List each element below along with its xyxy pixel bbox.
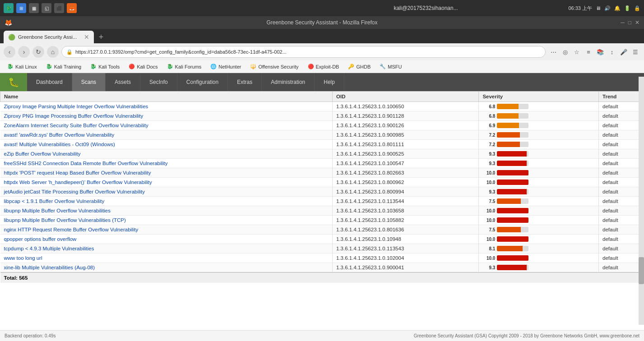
window-controls[interactable]: ─ □ ✕	[621, 19, 639, 26]
col-trend: Trend	[599, 92, 644, 102]
vuln-name[interactable]: libpcap < 1.9.1 Buffer Overflow Vulnerab…	[0, 197, 333, 206]
bookmark-icon: 🔑	[348, 64, 354, 69]
table-row: Ziproxy Image Parsing Multiple Integer O…	[0, 102, 644, 111]
gsa-nav-secinfo[interactable]: SecInfo	[140, 73, 177, 91]
gsa-nav-administration[interactable]: Administration	[262, 73, 315, 91]
table-row: avast! Multiple Vulnerabilities - Oct09 …	[0, 140, 644, 149]
bookmark-item[interactable]: 🐉Kali Linux	[4, 62, 41, 72]
bookmark-item[interactable]: 🐉Kali Forums	[163, 62, 205, 72]
back-button[interactable]: ‹	[4, 46, 15, 58]
vuln-name[interactable]: httpdx 'POST' request Heap Based Buffer …	[0, 168, 333, 178]
table-row: Ziproxy PNG Image Processing Buffer Over…	[0, 111, 644, 121]
vuln-trend: default	[599, 111, 644, 121]
gsa-logo-icon: 🐛	[8, 77, 19, 88]
minimize-button[interactable]: ─	[621, 19, 625, 26]
vuln-name[interactable]: ZoneAlarm Internet Security Suite Buffer…	[0, 121, 333, 130]
reload-button[interactable]: ↻	[32, 46, 44, 58]
vuln-name[interactable]: tcpdump < 4.9.3 Multiple Vulnerabilities	[0, 244, 333, 253]
new-tab-button[interactable]: +	[95, 31, 107, 43]
more-button[interactable]: ⋯	[548, 47, 558, 57]
table-footer-row: Total: 565	[0, 272, 644, 283]
bookmark-star-icon[interactable]: ☆	[572, 47, 582, 57]
pocket-icon[interactable]: ◎	[560, 47, 570, 57]
severity-label: 6.8	[482, 104, 495, 109]
vuln-name[interactable]: qpopper options buffer overflow	[0, 235, 333, 244]
tab-close-button[interactable]: ✕	[84, 33, 89, 41]
taskbar-icon-3[interactable]: ▦	[29, 3, 39, 13]
bookmark-item[interactable]: 🔑GHDB	[344, 62, 374, 72]
sync-icon[interactable]: ↕	[607, 47, 617, 57]
vuln-trend: default	[599, 235, 644, 244]
vuln-name[interactable]: avast! 'aswRdr.sys' Buffer Overflow Vuln…	[0, 130, 333, 140]
vuln-severity: 10.0	[479, 216, 599, 225]
vuln-trend: default	[599, 263, 644, 273]
bookmark-item[interactable]: 🔴Exploit-DB	[304, 62, 343, 72]
taskbar-icon-1[interactable]: 🐉	[4, 3, 14, 13]
bookmark-icon: 🔴	[129, 64, 135, 69]
severity-label: 9.3	[482, 265, 495, 270]
os-taskbar: 🐉 ⊞ ▦ ◱ ⬛ 🦊 kali@20175232sihaonan... 06:…	[0, 0, 644, 16]
gsa-nav-help[interactable]: Help	[315, 73, 344, 91]
taskbar-icon-2[interactable]: ⊞	[16, 3, 26, 13]
bookmark-label: Exploit-DB	[316, 64, 339, 69]
forward-button[interactable]: ›	[18, 46, 30, 58]
bookmark-item[interactable]: 🐉Kali Tools	[87, 62, 123, 72]
vuln-name[interactable]: Ziproxy Image Parsing Multiple Integer O…	[0, 102, 333, 111]
taskbar-icon-4[interactable]: ◱	[42, 3, 51, 13]
bookmark-item[interactable]: 🔱Offensive Security	[246, 62, 302, 72]
taskbar-app-icons: 🐉 ⊞ ▦ ◱ ⬛ 🦊	[4, 3, 77, 13]
taskbar-battery-icon: 🔋	[624, 5, 630, 11]
vuln-name[interactable]: libupnp Multiple Buffer Overflow Vulnera…	[0, 206, 333, 216]
maximize-button[interactable]: □	[628, 19, 631, 26]
gsa-nav-configuration[interactable]: Configuration	[177, 73, 228, 91]
reader-mode-icon[interactable]: ≡	[584, 47, 593, 57]
vuln-oid: 1.3.6.1.4.1.25623.1.0.103658	[333, 206, 479, 216]
vuln-name[interactable]: www too long url	[0, 253, 333, 263]
table-row: httpdx Web Server 'h_handlepeer()' Buffe…	[0, 178, 644, 187]
vuln-name[interactable]: eZip Buffer Overflow Vulnerability	[0, 149, 333, 159]
vuln-oid: 1.3.6.1.4.1.25623.1.0.801636	[333, 225, 479, 235]
address-url: https://127.0.0.1:9392/omp?cmd=get_confi…	[75, 49, 541, 55]
vuln-name[interactable]: xine-lib Multiple Vulnerabilities (Aug-0…	[0, 263, 333, 273]
home-button[interactable]: ⌂	[47, 46, 59, 58]
bookmark-item[interactable]: 🌐NetHunter	[207, 62, 245, 72]
address-bar[interactable]: 🔒 https://127.0.0.1:9392/omp?cmd=get_con…	[61, 46, 546, 58]
taskbar-icon-5[interactable]: ⬛	[54, 3, 64, 13]
bookmark-icon: 🌐	[210, 64, 217, 69]
taskbar-notif-icon: 🔔	[614, 5, 621, 11]
vuln-name[interactable]: freeSSHd SSH2 Connection Data Remote Buf…	[0, 159, 333, 168]
vuln-oid: 1.3.6.1.4.1.25623.1.0.10948	[333, 235, 479, 244]
vuln-severity: 8.1	[479, 244, 599, 253]
table-row: jetAudio jetCast Title Processing Buffer…	[0, 187, 644, 197]
gsa-nav-dashboard[interactable]: Dashboard	[27, 73, 72, 91]
taskbar-left: 🐉 ⊞ ▦ ◱ ⬛ 🦊	[4, 3, 283, 13]
gsa-nav-extras[interactable]: Extras	[228, 73, 262, 91]
vuln-name[interactable]: jetAudio jetCast Title Processing Buffer…	[0, 187, 333, 197]
vuln-oid: 1.3.6.1.4.1.25623.1.0.900525	[333, 149, 479, 159]
bookmark-item[interactable]: 🔧MSFU	[376, 62, 405, 72]
vuln-trend: default	[599, 197, 644, 206]
bookmark-item[interactable]: 🔴Kali Docs	[125, 62, 161, 72]
vuln-name[interactable]: avast! Multiple Vulnerabilities - Oct09 …	[0, 140, 333, 149]
vuln-severity: 10.0	[479, 206, 599, 216]
menu-button[interactable]: ☰	[630, 47, 640, 57]
close-button[interactable]: ✕	[635, 19, 639, 26]
library-icon[interactable]: 📚	[595, 47, 605, 57]
vuln-trend: default	[599, 159, 644, 168]
gsa-nav-scans[interactable]: Scans	[72, 73, 106, 91]
taskbar-firefox-icon[interactable]: 🦊	[67, 3, 77, 13]
gsa-nav-assets[interactable]: Assets	[106, 73, 140, 91]
table-row: avast! 'aswRdr.sys' Buffer Overflow Vuln…	[0, 130, 644, 140]
vuln-name[interactable]: nginx HTTP Request Remote Buffer Overflo…	[0, 225, 333, 235]
vuln-name[interactable]: libupnp Multiple Buffer Overflow Vulnera…	[0, 216, 333, 225]
browser-tab-active[interactable]: 🟢 Greenbone Security Assi... ✕	[4, 31, 94, 43]
vuln-name[interactable]: Ziproxy PNG Image Processing Buffer Over…	[0, 111, 333, 121]
col-severity: Severity	[479, 92, 599, 102]
bookmark-item[interactable]: 🐉Kali Training	[42, 62, 85, 72]
scrollbar-thumb[interactable]	[639, 257, 644, 284]
microphone-icon[interactable]: 🎤	[619, 47, 629, 57]
browser-title-bar: 🦊 Greenbone Security Assistant - Mozilla…	[0, 16, 644, 29]
scrollbar-track[interactable]	[639, 77, 644, 325]
vuln-name[interactable]: httpdx Web Server 'h_handlepeer()' Buffe…	[0, 178, 333, 187]
severity-label: 10.0	[482, 170, 495, 175]
